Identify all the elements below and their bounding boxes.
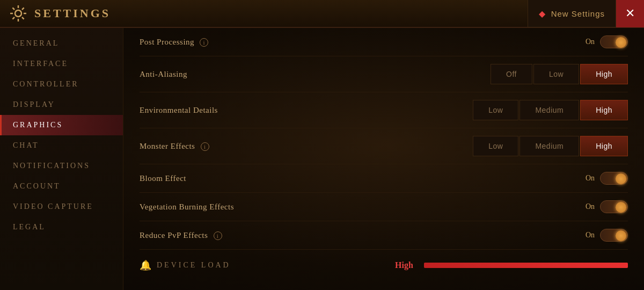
header-right: ◆ New Settings ✕ [528, 0, 644, 27]
environmental-low-button[interactable]: Low [473, 100, 518, 120]
reduce-pvp-value: On [586, 231, 595, 240]
setting-row-reduce-pvp: Reduce PvP Effects i On [140, 221, 628, 250]
monster-low-button[interactable]: Low [473, 136, 518, 156]
gear-icon [9, 4, 28, 23]
setting-row-monster-effects: Monster Effects i Low Medium High [140, 128, 628, 164]
svg-line-7 [22, 8, 24, 10]
sidebar-item-video-capture[interactable]: VIDEO CAPTURE [0, 197, 123, 217]
reduce-pvp-control: On [586, 229, 628, 242]
new-settings-button[interactable]: ◆ New Settings [528, 0, 616, 27]
bloom-toggle[interactable] [600, 172, 628, 185]
sidebar-item-display[interactable]: DISPLAY [0, 95, 123, 115]
sidebar-item-account[interactable]: ACCOUNT [0, 176, 123, 197]
toggle-knob [616, 173, 626, 184]
anti-aliasing-off-button[interactable]: Off [491, 64, 532, 84]
post-processing-toggle[interactable] [600, 35, 628, 48]
device-load-value: High [395, 260, 416, 270]
toggle-knob [616, 202, 626, 213]
header: SETTINGS ◆ New Settings ✕ [0, 0, 644, 28]
post-processing-label: Post Processing [140, 38, 194, 46]
device-load-left: 🔔 DEVICE LOAD [140, 259, 231, 271]
new-settings-diamond-icon: ◆ [539, 9, 546, 19]
bloom-effect-value: On [586, 174, 595, 183]
toggle-knob [616, 230, 626, 241]
close-button[interactable]: ✕ [616, 0, 644, 27]
reduce-pvp-info-icon[interactable]: i [214, 231, 222, 240]
monster-effects-label: Monster Effects [140, 142, 195, 150]
device-load-bar [424, 263, 628, 268]
vegetation-burning-label: Vegetation Burning Effects [140, 202, 234, 211]
environmental-details-control: Low Medium High [473, 100, 628, 120]
anti-aliasing-control: Off Low High [491, 64, 628, 84]
environmental-medium-button[interactable]: Medium [519, 100, 579, 120]
anti-aliasing-label: Anti-Aliasing [140, 70, 187, 78]
setting-row-environmental-details: Environmental Details Low Medium High [140, 92, 628, 128]
reduce-pvp-label: Reduce PvP Effects [140, 231, 208, 240]
vegetation-burning-control: On [586, 200, 628, 213]
svg-point-0 [15, 10, 21, 17]
bloom-effect-control: On [586, 172, 628, 185]
setting-row-vegetation-burning: Vegetation Burning Effects On [140, 193, 628, 221]
svg-line-8 [12, 17, 14, 19]
toggle-knob [616, 37, 626, 48]
vegetation-toggle[interactable] [600, 200, 628, 213]
sidebar-item-interface[interactable]: INTERFACE [0, 54, 123, 74]
pvp-toggle[interactable] [600, 229, 628, 242]
settings-content: Post Processing i On Anti-Aliasing Off L… [123, 28, 644, 290]
anti-aliasing-low-button[interactable]: Low [533, 64, 579, 84]
monster-high-button[interactable]: High [580, 136, 628, 156]
post-processing-value: On [586, 38, 595, 46]
sidebar-item-graphics[interactable]: GRAPHICS [0, 115, 123, 135]
vegetation-burning-value: On [586, 202, 595, 211]
monster-medium-button[interactable]: Medium [519, 136, 579, 156]
device-load-right: High [231, 260, 628, 270]
setting-row-bloom-effect: Bloom Effect On [140, 164, 628, 193]
svg-line-6 [22, 17, 24, 19]
sidebar-item-legal[interactable]: LEGAL [0, 217, 123, 237]
monster-effects-info-icon[interactable]: i [201, 142, 209, 151]
setting-row-anti-aliasing: Anti-Aliasing Off Low High [140, 56, 628, 92]
device-load-row: 🔔 DEVICE LOAD High [140, 250, 628, 277]
sidebar-item-chat[interactable]: CHAT [0, 135, 123, 156]
sidebar-item-general[interactable]: GENERAL [0, 33, 123, 54]
new-settings-label: New Settings [551, 9, 605, 18]
header-left: SETTINGS [9, 4, 111, 23]
svg-line-5 [12, 8, 14, 10]
device-load-bell-icon: 🔔 [140, 259, 151, 271]
device-load-bar-container [424, 263, 628, 268]
anti-aliasing-high-button[interactable]: High [580, 64, 628, 84]
sidebar-item-controller[interactable]: CONTROLLER [0, 74, 123, 95]
device-load-label: DEVICE LOAD [157, 261, 231, 270]
monster-effects-control: Low Medium High [473, 136, 628, 156]
environmental-details-label: Environmental Details [140, 106, 218, 114]
main-layout: GENERAL INTERFACE CONTROLLER DISPLAY GRA… [0, 28, 644, 290]
setting-row-post-processing: Post Processing i On [140, 28, 628, 56]
sidebar: GENERAL INTERFACE CONTROLLER DISPLAY GRA… [0, 28, 123, 290]
bloom-effect-label: Bloom Effect [140, 174, 186, 183]
sidebar-item-notifications[interactable]: NOTIFICATIONS [0, 156, 123, 176]
post-processing-info-icon[interactable]: i [200, 38, 208, 47]
post-processing-control: On [586, 35, 628, 48]
page-title: SETTINGS [34, 6, 111, 20]
environmental-high-button[interactable]: High [580, 100, 628, 120]
